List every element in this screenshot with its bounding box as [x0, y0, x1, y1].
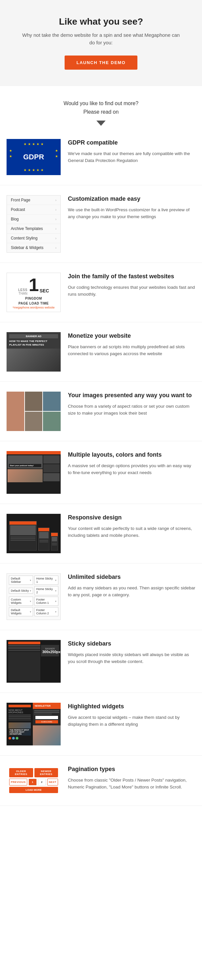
chevron-right-icon: › — [55, 237, 57, 240]
monetize-content: Monetize your website Place banners or a… — [68, 332, 196, 358]
monetize-title: Monetize your website — [68, 332, 196, 340]
dropdown-arrow-icon: ▾ — [55, 610, 57, 613]
sidebar-select-home2: Home Sticky 2 ▾ — [35, 586, 59, 595]
page-1-btn[interactable]: 1 — [28, 779, 36, 786]
tablet-mockup — [38, 528, 49, 550]
sidebar-row-3: Custom Widgets ▾ Footer Column 1 ▾ — [9, 597, 58, 606]
menu-item-podcast: Podcast › — [7, 205, 60, 215]
feature-sidebars: Default Sidebar ▾ Home Sticky 1 ▾ Defaul… — [0, 563, 202, 630]
hero-heading: Like what you see? — [20, 16, 182, 27]
previous-btn[interactable]: PREVIOUS — [9, 779, 27, 786]
feature-sticky-sidebars: BANNER 300x250px Sticky sidebars Widgets… — [0, 630, 202, 693]
mobile-mockup — [51, 533, 58, 550]
pingdom-label: PINGDOM — [25, 297, 42, 300]
dropdown-arrow-icon: ▾ — [55, 600, 57, 603]
pagination-row-1: OLDER ENTRIES NEWER ENTRIES — [9, 768, 58, 777]
sticky-content: Sticky sidebars Widgets placed inside st… — [68, 640, 196, 665]
gdpr-text: GDPR — [23, 153, 44, 161]
dropdown-arrow-icon: ▾ — [30, 579, 31, 582]
customization-title: Customization made easy — [68, 195, 196, 203]
sidebar-select-default-widgets: Default Widgets ▾ — [9, 607, 33, 616]
gdpr-content: GDPR compatible We've made sure that our… — [68, 139, 196, 164]
sidebar-select-sticky: Default Sticky ▾ — [9, 588, 33, 593]
banner-image-placeholder: ▶ — [6, 348, 61, 372]
menu-mockup: Front Page › Podcast › Blog › Archive Te… — [6, 195, 61, 253]
monetize-image: BANNER AD HOW TO MAKE THE PERFECT PLAYLI… — [6, 332, 61, 372]
banner-title: HOW TO MAKE THE PERFECT PLAYLIST IN FIVE… — [9, 340, 58, 347]
layouts-description: A massive set of design options provides… — [68, 462, 196, 476]
pagination-description: Choose from classic "Older Posts / Newer… — [68, 776, 196, 791]
newsletter-button-mockup: SUBSCRIBE — [35, 720, 58, 724]
star-icon: ★ — [28, 168, 31, 172]
gdpr-description: We've made sure that our themes are full… — [68, 150, 196, 164]
star-icon: ★ — [28, 142, 31, 146]
page-2-btn[interactable]: 2 — [38, 779, 46, 786]
newer-entries-btn[interactable]: NEWER ENTRIES — [35, 768, 58, 777]
older-entries-btn[interactable]: OLDER ENTRIES — [9, 768, 33, 777]
page-load-label: PAGE LOAD TIME — [18, 302, 49, 305]
highlighted-image: NOW ABOUT KROPHONES THE PERFECT SPOT FOR… — [6, 703, 61, 745]
star-icon: ★ — [55, 149, 58, 153]
responsive-title: Responsive design — [68, 514, 196, 521]
star-icon: ★ — [32, 142, 35, 146]
newsletter-image-placeholder — [33, 725, 61, 745]
layouts-title: Multiple layouts, colors and fonts — [68, 451, 196, 459]
launch-demo-button[interactable]: LAUNCH THE DEMO — [65, 56, 137, 70]
feature-responsive: Responsive design Your content will scal… — [0, 504, 202, 563]
gdpr-image: ★ ★ ★ ★ ★ ★ ★ ★ ★ GDPR ★ ★ — [6, 139, 61, 175]
feature-layouts: Start your podcast today! Mu — [0, 441, 202, 504]
chevron-right-icon: › — [55, 218, 57, 221]
load-more-btn[interactable]: LOAD MORE — [9, 787, 58, 793]
menu-item-archive-templates: Archive Templates › — [7, 224, 60, 234]
star-icon: ★ — [36, 168, 39, 172]
podcast-label: Start your podcast today! — [10, 465, 40, 466]
pagination-row-2: PREVIOUS 1 2 NEXT — [9, 779, 58, 786]
sidebars-content: Unlimited sidebars Add as many sidebars … — [68, 573, 196, 598]
layouts-image: Start your podcast today! — [6, 451, 61, 494]
speed-image: LESS THAN 1 SEC PINGDOM PAGE LOAD TIME *… — [6, 273, 61, 312]
dot-green — [16, 737, 18, 740]
feature-customization: Front Page › Podcast › Blog › Archive Te… — [0, 185, 202, 263]
next-btn[interactable]: NEXT — [47, 779, 58, 786]
star-icon: ★ — [55, 154, 58, 158]
chevron-right-icon: › — [55, 199, 57, 202]
customization-description: We use the built-in WordPress customizer… — [68, 206, 196, 220]
menu-item-front-page: Front Page › — [7, 196, 60, 205]
image-tile-4 — [25, 412, 43, 431]
gdpr-title: GDPR compatible — [68, 139, 196, 146]
pagination-image: OLDER ENTRIES NEWER ENTRIES PREVIOUS 1 2… — [6, 765, 61, 796]
star-icon: ★ — [9, 149, 12, 153]
sidebars-mockup: Default Sidebar ▾ Home Sticky 1 ▾ Defaul… — [6, 573, 61, 620]
dropdown-arrow-icon: ▾ — [30, 600, 31, 603]
highlighted-content: Highlighted widgets Give accent to speci… — [68, 703, 196, 728]
dropdown-arrow-icon: ▾ — [55, 579, 57, 582]
banner-ad-label: BANNER AD — [9, 334, 58, 338]
star-icon: ★ — [41, 168, 44, 172]
menu-item-content-styling: Content Styling › — [7, 234, 60, 243]
highlighted-description: Give accent to special widgets – make th… — [68, 714, 196, 728]
find-out-text: Would you like to find out more? Please … — [6, 99, 196, 116]
pagination-title: Pagination types — [68, 765, 196, 773]
images-title: Your images presented any way you want t… — [68, 391, 196, 399]
newsletter-box: NEWSLETTER — [33, 703, 61, 709]
speed-link: *megaphone.wordpress website — [13, 306, 54, 309]
highlight-mockup: NOW ABOUT KROPHONES THE PERFECT SPOT FOR… — [6, 703, 61, 745]
speed-content: Join the family of the fastest websites … — [68, 273, 196, 298]
responsive-image — [6, 514, 61, 553]
responsive-content: Responsive design Your content will scal… — [68, 514, 196, 539]
pagination-content: Pagination types Choose from classic "Ol… — [68, 765, 196, 791]
sidebar-row-2: Default Sticky ▾ Home Sticky 2 ▾ — [9, 586, 58, 595]
chevron-right-icon: › — [55, 227, 57, 231]
sidebar-row-4: Default Widgets ▾ Footer Column 2 ▾ — [9, 607, 58, 616]
dropdown-arrow-icon: ▾ — [30, 610, 31, 613]
images-content: Your images presented any way you want t… — [68, 391, 196, 417]
sidebar-select-footer2: Footer Column 2 ▾ — [35, 607, 59, 616]
responsive-mockup — [6, 514, 61, 553]
feature-monetize: BANNER AD HOW TO MAKE THE PERFECT PLAYLI… — [0, 322, 202, 382]
feature-images: Your images presented any way you want t… — [0, 382, 202, 441]
monetize-description: Place banners or ad scripts into multipl… — [68, 343, 196, 358]
sidebar-select-custom: Custom Widgets ▾ — [9, 597, 33, 606]
sticky-description: Widgets placed inside sticky sidebars wi… — [68, 651, 196, 665]
hero-description: Why not take the demo website for a spin… — [20, 32, 182, 46]
feature-highlighted: NOW ABOUT KROPHONES THE PERFECT SPOT FOR… — [0, 693, 202, 756]
